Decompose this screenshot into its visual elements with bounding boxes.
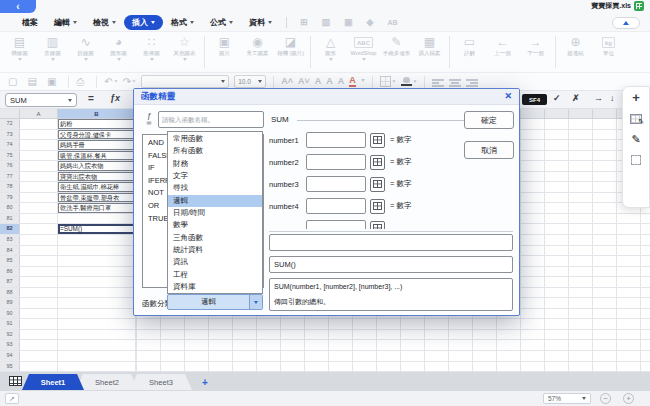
cell-column-b[interactable] [58, 256, 136, 266]
row-header[interactable]: 80 [0, 203, 20, 213]
font-size-select[interactable]: 10.0 [234, 75, 266, 88]
category-option[interactable]: 所有函數 [168, 145, 262, 157]
formula-preview-field[interactable]: SUM() [269, 256, 513, 273]
menu-formula[interactable]: 公式 [202, 15, 241, 30]
bold-icon[interactable]: A [315, 77, 322, 86]
row-header[interactable]: 83 [0, 235, 20, 245]
argument-input[interactable] [306, 132, 366, 148]
line-chart-button[interactable]: ∿ 折線圖 [69, 34, 102, 61]
category-option[interactable]: 日期/時間 [168, 207, 262, 219]
cell-column-b[interactable] [58, 214, 136, 224]
cell-column-a[interactable] [20, 224, 58, 234]
cell-column-b[interactable] [58, 351, 136, 361]
edit-pencil-icon[interactable]: ✎ [631, 134, 640, 145]
cell-column-a[interactable] [20, 203, 58, 213]
wordshop-button[interactable]: ABC WordShop [347, 34, 380, 61]
menu-edit[interactable]: 編輯 [46, 15, 85, 30]
cell-column-a[interactable] [20, 172, 58, 182]
cell-column-b[interactable] [58, 330, 136, 340]
menu-data[interactable]: 資料 [241, 15, 280, 30]
row-header[interactable]: 93 [0, 340, 20, 350]
italic-icon[interactable]: A [326, 77, 333, 86]
category-option[interactable]: 資料庫 [168, 281, 262, 293]
row-header[interactable]: 78 [0, 182, 20, 192]
cell-picker-button[interactable] [370, 133, 385, 148]
cell-column-b[interactable] [58, 298, 136, 308]
cell-column-b[interactable]: 父母身分證,健保卡 [58, 130, 136, 140]
horizontal-bar-chart-button[interactable]: ▤ 橫條圖 [3, 34, 36, 61]
spellcheck-icon[interactable]: AB [388, 19, 398, 26]
redo-icon[interactable]: ↷ [123, 77, 136, 87]
cell-column-a[interactable] [20, 256, 58, 266]
cells-rest[interactable] [136, 340, 650, 350]
cell-column-a[interactable] [20, 298, 58, 308]
previous-button[interactable]: ← 上一個 [486, 34, 519, 61]
shapes-button[interactable]: △ 圖形 [314, 34, 347, 61]
cell-column-a[interactable] [20, 235, 58, 245]
cell-column-a[interactable] [20, 140, 58, 150]
font-increase-icon[interactable]: A˄ [281, 77, 293, 86]
font-color-icon[interactable]: A [349, 76, 356, 87]
cell-column-a[interactable] [20, 330, 58, 340]
cell-column-b[interactable] [58, 235, 136, 245]
row-header[interactable]: 81 [0, 214, 20, 224]
open-file-icon[interactable]: ▤ [27, 77, 41, 87]
category-select[interactable]: 邏輯 [167, 294, 263, 310]
row-header[interactable]: 87 [0, 277, 20, 287]
underline-icon[interactable]: A [338, 77, 345, 86]
row-header[interactable]: 94 [0, 351, 20, 361]
cancel-icon[interactable]: ✗ [572, 93, 580, 103]
cell-column-b[interactable] [58, 267, 136, 277]
hyperlink-button[interactable]: ⊕ 超連結 [559, 34, 592, 61]
chart-shortcut-button[interactable]: ↗ [5, 393, 19, 404]
menu-format[interactable]: 格式 [163, 15, 202, 30]
cell-column-b[interactable]: 吸管,保溫杯,餐具 [58, 151, 136, 161]
row-header[interactable]: 82 [0, 224, 20, 234]
category-option[interactable]: 數學 [168, 219, 262, 231]
accept-icon[interactable]: ✓ [553, 93, 561, 103]
scatter-chart-button[interactable]: ∷ 散佈圖 [135, 34, 168, 61]
collapse-toolbar-button[interactable] [612, 17, 640, 29]
argument-input[interactable] [306, 154, 366, 170]
column-chart-button[interactable]: ▥ 直條圖 [36, 34, 69, 61]
cell-column-b[interactable] [58, 362, 136, 372]
equals-button[interactable]: = [88, 93, 94, 104]
row-header[interactable]: 88 [0, 288, 20, 298]
comment-button[interactable]: ▭ 註解 [453, 34, 486, 61]
cell-picker-button[interactable] [370, 221, 385, 230]
category-option[interactable]: 財務 [168, 158, 262, 170]
print-icon[interactable]: ⎙ [76, 77, 89, 87]
save-icon[interactable]: ▣ [47, 77, 61, 87]
font-name-select[interactable] [141, 75, 229, 88]
cell-picker-button[interactable] [370, 199, 385, 214]
insert-table-icon[interactable]: ⊞ [300, 17, 308, 27]
insert-file-button[interactable]: ▦ 插入檔案 [413, 34, 446, 61]
row-header[interactable]: 79 [0, 193, 20, 203]
align-center-icon[interactable] [449, 77, 461, 87]
category-option[interactable]: 常用函數 [168, 133, 262, 145]
argument-input[interactable] [306, 198, 366, 214]
row-header[interactable]: 89 [0, 298, 20, 308]
cancel-button[interactable]: 取消 [464, 141, 514, 159]
row-header[interactable]: 77 [0, 172, 20, 182]
menu-insert[interactable]: 插入 [124, 15, 163, 30]
category-option[interactable]: 工程 [168, 269, 262, 281]
unit-button[interactable]: kg 單位 [592, 34, 625, 61]
row-header[interactable]: 86 [0, 267, 20, 277]
insert-image-icon[interactable]: ▣ [344, 17, 353, 27]
cell-column-a[interactable] [20, 193, 58, 203]
move-down-icon[interactable]: ↓ [610, 93, 615, 103]
insert-chart-icon[interactable]: ▥ [322, 17, 331, 27]
cell-column-b[interactable]: 衛生紙,濕紙巾,棉花棒 [58, 182, 136, 192]
category-option[interactable]: 三角函數 [168, 232, 262, 244]
cell-column-b[interactable] [58, 309, 136, 319]
row-header[interactable]: 85 [0, 256, 20, 266]
function-search-input[interactable] [158, 111, 264, 128]
argument-input[interactable] [306, 176, 366, 192]
cell-column-a[interactable] [20, 246, 58, 256]
cell-column-b[interactable]: 乾洗手,醫療用口罩 [58, 203, 136, 213]
undo-icon[interactable]: ↶ [104, 77, 117, 87]
row-header[interactable]: 91 [0, 319, 20, 329]
picture-button[interactable]: ▣ 圖片 [208, 34, 241, 61]
category-option[interactable]: 文字 [168, 170, 262, 182]
